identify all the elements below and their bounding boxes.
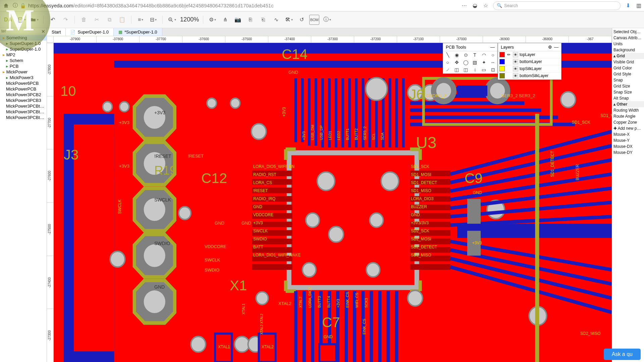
download-icon[interactable]: ⬇ (625, 2, 631, 9)
routing-width-label[interactable]: Routing Width (612, 107, 644, 113)
pad-tool-icon[interactable]: ◉ (452, 51, 461, 59)
tab-document[interactable]: 📄SuperDuper-1.0 (66, 28, 114, 36)
visible-grid-label[interactable]: Visible Grid (612, 59, 644, 65)
layer-row[interactable]: ✏👁topLayer (498, 51, 561, 58)
image-tool-icon[interactable]: ▧ (470, 59, 479, 66)
help-menu-button[interactable]: ⓘ (322, 15, 332, 25)
tree-item[interactable]: MickPowerPCB (0, 86, 47, 92)
bookmark-star-icon[interactable]: ☆ (482, 2, 489, 9)
tree-folder-root[interactable]: ▸ Something (0, 35, 47, 41)
tree-item[interactable]: ▸ Schem (0, 58, 47, 63)
tree-item[interactable]: MickPower3PCBtest2 (0, 109, 47, 115)
tab-start[interactable]: Start (47, 28, 66, 36)
text-tool-icon[interactable]: T (470, 51, 479, 59)
paste-button[interactable]: 📋 (117, 15, 127, 25)
svg-rect-91 (410, 239, 450, 244)
dimension-tool-icon[interactable]: ⟊ (470, 66, 479, 73)
measure-tool-icon[interactable]: ↔ (488, 59, 497, 66)
settings-menu-button[interactable]: ⚙ (207, 15, 217, 25)
copper-zone-label[interactable]: Copper Zone (612, 119, 644, 125)
connect-tool-icon[interactable]: ⟋ (443, 66, 452, 73)
layers-panel[interactable]: Layers ⚙— ✏👁topLayer👁bottomLayer👁topSilk… (498, 43, 561, 80)
export-button[interactable]: ⎘ (246, 15, 256, 25)
copper-area-icon[interactable]: ◫ (452, 66, 461, 73)
minimize-icon[interactable]: — (490, 45, 495, 50)
tree-item[interactable]: MickPower3PCBtest (0, 103, 47, 109)
ask-question-button[interactable]: Ask a qu (604, 349, 641, 360)
tree-item[interactable]: MickPower3PCB3 (0, 98, 47, 103)
tree-item[interactable]: ▸ SuperDuper-1.0 (0, 41, 47, 46)
cut-button[interactable]: ✂ (92, 15, 102, 25)
canvas-origin-icon[interactable]: ✦ (479, 59, 488, 66)
align-menu-button[interactable]: ≡ (136, 15, 146, 25)
delete-button[interactable]: 🗑 (79, 15, 89, 25)
file-menu-button[interactable] (16, 15, 26, 25)
route-angle-label[interactable]: Route Angle (612, 113, 644, 119)
arc-tool-icon[interactable]: ◠ (479, 51, 488, 59)
import-button[interactable]: ⎗ (258, 15, 268, 25)
gear-icon[interactable]: ⚙ (548, 45, 552, 50)
snap-size-label[interactable]: Snap Size (612, 89, 644, 95)
home-icon[interactable] (2, 2, 10, 10)
undo-button[interactable]: ↶ (48, 15, 58, 25)
track-tool-icon[interactable]: ╲ (443, 51, 452, 59)
redo-button[interactable]: ↷ (60, 15, 70, 25)
solid-region-icon[interactable]: ◫ (461, 66, 470, 73)
grid-style-label[interactable]: Grid Style (612, 71, 644, 77)
pcb-tools-panel[interactable]: PCB Tools— ╲ ◉ ⊙ T ◠ ○ ○ ✥ ◯ ▧ ✦ ↔ (443, 43, 498, 74)
reader-icon[interactable]: ◒ (472, 2, 478, 9)
layer-row[interactable]: 👁bottomLayer (498, 58, 561, 65)
share-button[interactable]: ⋔ (220, 15, 230, 25)
tree-item[interactable]: ▸ MickPower3 (0, 75, 47, 80)
tools-menu-button[interactable]: 🛠 (284, 15, 294, 25)
layer-row[interactable]: 👁topSilkLayer (498, 65, 561, 72)
alt-snap-label[interactable]: Alt Snap (612, 95, 644, 101)
layer-row[interactable]: 👁bottomSilkLayer (498, 72, 561, 79)
browser-search-input[interactable]: 🔍 Search (493, 1, 621, 10)
snap-label[interactable]: Snap (612, 77, 644, 83)
app-logo[interactable]: DA (3, 17, 14, 23)
tree-item[interactable]: ▸ MP2 (0, 52, 47, 58)
svg-point-35 (144, 106, 165, 129)
add-param-button[interactable]: ✚ Add new param (612, 125, 644, 131)
svg-point-44 (408, 85, 423, 101)
hole-tool-icon[interactable]: ◯ (461, 59, 470, 66)
move-tool-icon[interactable]: ✥ (452, 59, 461, 66)
grid-color-label[interactable]: Grid Color (612, 65, 644, 71)
copy-button[interactable]: ⧉ (104, 15, 114, 25)
info-icon: ⓘ (13, 2, 18, 9)
library-icon[interactable]: ▥ (635, 2, 642, 9)
layers-title[interactable]: Layers ⚙— (498, 43, 561, 51)
url-display[interactable]: ⓘ 🔒 https://easyeda.com/editor#id=8f6438… (13, 2, 274, 9)
circle-tool-icon[interactable]: ○ (488, 51, 497, 59)
page-actions-icon[interactable]: ⋯ (461, 2, 468, 9)
svg-rect-86 (410, 196, 450, 202)
bom-button[interactable]: BOM (309, 15, 319, 25)
pcb-tools-title[interactable]: PCB Tools— (443, 43, 497, 51)
open-menu-button[interactable] (29, 15, 39, 25)
simulate-button[interactable]: ∿ (271, 15, 281, 25)
svg-rect-70 (457, 85, 487, 96)
tree-item[interactable]: MickPower3PCBtest3 (0, 115, 47, 120)
background-label[interactable]: Background (612, 47, 644, 53)
tree-item[interactable]: MickPower3PCB2 (0, 92, 47, 98)
tree-item[interactable]: ▸ PCB (0, 63, 47, 69)
tree-item[interactable]: ▸ MickPower (0, 69, 47, 75)
via-tool-icon[interactable]: ⊙ (461, 51, 470, 59)
tab-document-active[interactable]: ▦*SuperDuper-1.0 (114, 28, 162, 36)
tree-item[interactable]: ▸ SuperDuper-1.0 (0, 46, 47, 52)
distribute-menu-button[interactable]: ⊟ (148, 15, 158, 25)
sidebar-close-icon[interactable]: ✕ (41, 29, 45, 34)
minimize-icon[interactable]: — (554, 45, 558, 50)
screenshot-button[interactable]: 📷 (233, 15, 243, 25)
tree-item[interactable]: MickPower6PCB (0, 80, 47, 86)
zoom-menu-button[interactable] (167, 15, 177, 25)
svg-point-69 (490, 83, 505, 99)
grid-size-label[interactable]: Grid Size (612, 83, 644, 89)
units-label[interactable]: Units (612, 41, 644, 47)
pcb-canvas[interactable]: C1410J3R19C12U3C9J6X1C7+3V3!RESETSWCLKSW… (54, 43, 612, 362)
ellipse-tool-icon[interactable]: ○ (443, 59, 452, 66)
rect-tool-icon[interactable]: ▭ (479, 66, 488, 73)
history-button[interactable]: ↺ (297, 15, 307, 25)
group-tool-icon[interactable]: ⊡ (488, 66, 497, 73)
